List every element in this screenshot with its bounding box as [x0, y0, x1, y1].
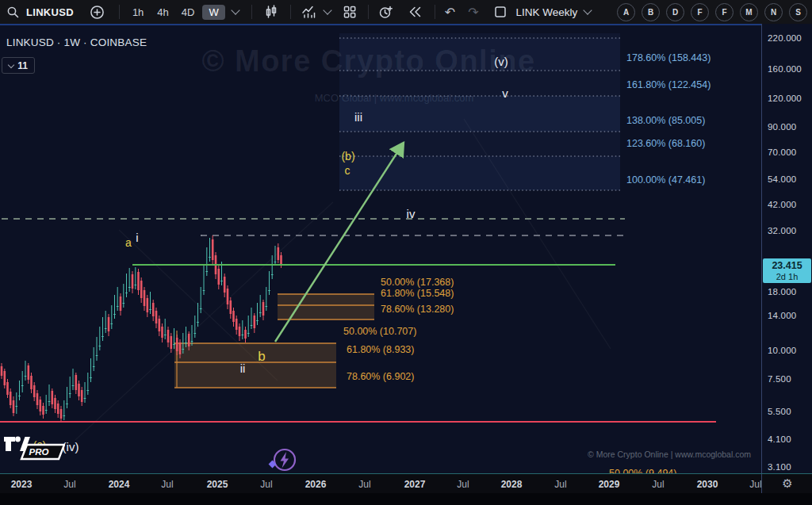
account-buttons-group: ABDFFMNS	[611, 3, 807, 21]
price-axis-label: 54.000	[768, 174, 796, 184]
account-button-n-6[interactable]: N	[764, 3, 783, 21]
time-axis-label: 2028	[501, 479, 523, 490]
layout-grid-icon[interactable]	[343, 5, 357, 19]
bottom-strip	[0, 493, 812, 505]
toolbar-separator	[251, 5, 252, 19]
account-button-f-4[interactable]: F	[715, 3, 733, 21]
bar-replay-icon[interactable]	[408, 6, 423, 18]
account-button-a-0[interactable]: A	[617, 3, 635, 21]
interval-menu-chevron-icon[interactable]	[231, 6, 239, 14]
candlestick-style-icon[interactable]	[264, 5, 278, 19]
interval-w-button[interactable]: W	[202, 5, 224, 20]
price-axis-label: 32.000	[768, 226, 796, 235]
indicators-menu-chevron-icon[interactable]	[323, 6, 331, 14]
price-axis-label: 3.100	[768, 462, 791, 472]
account-button-d-2[interactable]: D	[666, 3, 684, 21]
price-axis-label: 4.100	[768, 434, 791, 444]
undo-icon[interactable]: ↶	[445, 5, 455, 20]
chart-legend-title[interactable]: LINKUSD · 1W · COINBASE	[6, 36, 147, 48]
time-axis-label: 2026	[305, 479, 327, 490]
time-axis-label: 2025	[207, 479, 228, 490]
toolbar-separator	[290, 5, 291, 19]
account-button-s-7[interactable]: S	[789, 3, 807, 21]
time-axis-label: Jul	[358, 479, 370, 490]
layout-menu-chevron-icon[interactable]	[584, 6, 592, 14]
interval-1h-button[interactable]: 1h	[128, 5, 147, 20]
search-icon[interactable]	[6, 6, 20, 19]
account-button-b-1[interactable]: B	[642, 3, 660, 21]
chart-area[interactable]: © More Crypto Online MCO Global | www.mc…	[0, 24, 761, 475]
axis-settings-corner[interactable]: ⚙	[761, 474, 812, 493]
account-button-m-5[interactable]: M	[740, 3, 758, 21]
layout-name-button[interactable]: LINK Weekly	[516, 6, 578, 18]
price-axis-label: 5.500	[768, 407, 791, 416]
chevron-down-icon	[8, 61, 14, 67]
candlestick-chart	[0, 24, 761, 475]
time-axis-label: Jul	[63, 479, 75, 490]
toolbar-separator	[435, 5, 435, 19]
current-price: 23.415	[763, 259, 811, 272]
interval-4h-button[interactable]: 4h	[153, 5, 172, 20]
time-axis-label: Jul	[161, 479, 173, 490]
price-axis-label: 90.000	[768, 122, 796, 132]
price-axis-label: 220.000	[768, 33, 802, 43]
time-axis-label: 2030	[697, 479, 718, 490]
time-axis-label: 2024	[109, 479, 130, 490]
time-axis-label: 2023	[11, 479, 33, 490]
account-button-f-3[interactable]: F	[691, 3, 709, 21]
tradingview-pro-logo[interactable]: PRO	[3, 430, 65, 465]
chart-copyright: © More Crypto Online | www.mcoglobal.com	[588, 450, 751, 459]
top-toolbar: LINKUSD 1h 4h 4D W ↶ ↷	[0, 0, 812, 24]
indicator-count-box[interactable]: 11	[2, 57, 35, 74]
current-price-badge: 23.415 2d 1h	[763, 258, 811, 283]
toolbar-separator	[119, 5, 120, 19]
price-axis-label: 14.000	[768, 311, 796, 320]
price-axis-label: 7.500	[768, 374, 791, 384]
time-axis-label: Jul	[260, 479, 272, 490]
redo-icon[interactable]: ↷	[468, 5, 478, 20]
bar-countdown: 2d 1h	[763, 272, 811, 281]
time-axis-label: 2027	[404, 479, 426, 490]
gear-icon[interactable]: ⚙	[782, 476, 792, 491]
time-axis-label: 2029	[599, 479, 620, 490]
time-axis-label: Jul	[749, 479, 761, 490]
price-axis-label: 160.000	[768, 64, 802, 74]
toolbar-separator	[368, 5, 369, 19]
lightning-badge-icon[interactable]	[265, 446, 303, 475]
indicator-count: 11	[17, 60, 28, 71]
time-axis-label: Jul	[554, 479, 566, 490]
time-axis[interactable]: 2023Jul2024Jul2025Jul2026Jul2027Jul2028J…	[0, 474, 761, 493]
price-axis-label: 18.000	[768, 287, 796, 296]
price-axis-label: 42.000	[768, 200, 796, 209]
price-axis-label: 10.000	[768, 346, 796, 355]
price-axis-label: 120.000	[768, 94, 802, 103]
chart-axis-divider	[0, 473, 812, 474]
alert-clock-plus-icon[interactable]	[378, 5, 393, 20]
save-layout-icon[interactable]	[493, 5, 508, 19]
time-axis-label: Jul	[652, 479, 664, 490]
time-axis-label: Jul	[457, 479, 469, 490]
symbol-button[interactable]: LINKUSD	[26, 6, 74, 18]
svg-text:PRO: PRO	[29, 447, 49, 457]
compare-add-icon[interactable]	[90, 5, 105, 20]
tradingview-app: LINKUSD 1h 4h 4D W ↶ ↷	[0, 0, 812, 505]
price-axis[interactable]: 23.415 2d 1h 220.000160.000120.00090.000…	[761, 24, 812, 475]
indicators-icon[interactable]	[301, 5, 316, 19]
price-axis-label: 70.000	[768, 147, 796, 157]
interval-4d-button[interactable]: 4D	[178, 5, 199, 20]
